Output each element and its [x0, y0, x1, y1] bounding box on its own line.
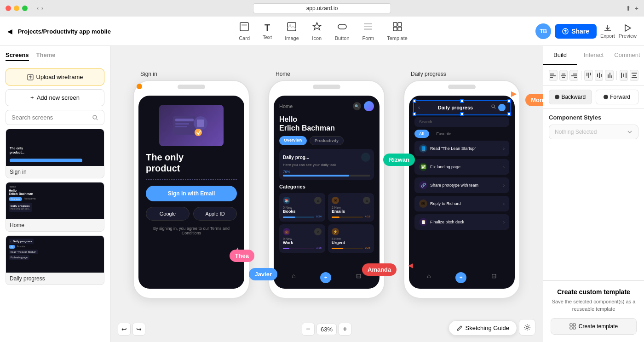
- tab-screens[interactable]: Screens: [6, 51, 29, 61]
- template-tool[interactable]: Template: [387, 22, 408, 41]
- add-screen-button[interactable]: + Add new screen: [6, 89, 104, 106]
- urgent-progress-fill: [332, 248, 343, 249]
- upload-wireframe-button[interactable]: Upload wireframe: [6, 68, 104, 86]
- canvas[interactable]: ↩ ↪ Sign in: [110, 46, 543, 342]
- distribute-v-btn[interactable]: [630, 70, 638, 81]
- overview-tab[interactable]: Overview: [279, 136, 307, 145]
- svg-rect-52: [573, 327, 575, 329]
- align-center-btn[interactable]: [559, 70, 568, 81]
- align-right-btn[interactable]: [569, 70, 578, 81]
- task-item-4[interactable]: 📋 Finalize pitch deck ›: [414, 214, 509, 230]
- bookmark-nav-icon[interactable]: ⊟: [356, 272, 362, 283]
- svg-point-15: [93, 115, 97, 119]
- align-middle-btn[interactable]: [595, 70, 604, 81]
- settings-button[interactable]: [519, 319, 535, 336]
- text-tool[interactable]: T Text: [263, 23, 272, 40]
- zoom-controls: − 63% +: [302, 323, 351, 336]
- close-button[interactable]: [6, 6, 11, 11]
- svg-rect-18: [175, 123, 189, 125]
- screen-thumb-home[interactable]: Home HelloErlich Bachman Overview Produc…: [6, 182, 104, 232]
- undo-button[interactable]: ↩: [118, 323, 131, 336]
- home-screen-content: Home 🔍 HelloErlich Bachman Overview Prod…: [274, 96, 380, 289]
- forward-button[interactable]: Forward: [596, 90, 639, 104]
- handle-br[interactable]: [507, 112, 511, 116]
- signin-email-button[interactable]: Sign in with Email: [146, 186, 237, 201]
- task-item-1[interactable]: ✅ Fix landing page ›: [414, 159, 509, 175]
- back-arrow[interactable]: ‹: [418, 104, 420, 111]
- distribute-h-btn[interactable]: [620, 70, 628, 81]
- redo-button[interactable]: ↪: [132, 323, 145, 336]
- handle-bl[interactable]: [413, 112, 416, 116]
- tab-interact[interactable]: Interact: [577, 46, 610, 65]
- tab-theme[interactable]: Theme: [36, 51, 56, 61]
- svg-rect-21: [197, 120, 204, 127]
- signin-phone[interactable]: The onlyproduct Sign in with Email Googl…: [133, 80, 250, 299]
- category-emails[interactable]: ✉ △ 2 New Emails 4/18: [328, 193, 374, 222]
- apple-button[interactable]: Apple ID: [193, 207, 237, 221]
- svg-rect-47: [632, 75, 636, 76]
- backward-button[interactable]: Backward: [549, 90, 592, 104]
- cat-icons-urgent: ⚡: [332, 228, 370, 235]
- component-styles-select[interactable]: Nothing Selected: [549, 125, 638, 139]
- add-nav-icon[interactable]: +: [320, 272, 331, 283]
- new-tab-icon[interactable]: +: [635, 5, 638, 12]
- search-input[interactable]: [12, 114, 89, 121]
- handle-tl[interactable]: [413, 99, 416, 103]
- url-text: app.uizard.io: [306, 5, 338, 11]
- urgent-progress-label: 9/25: [365, 246, 370, 249]
- home-search-icon[interactable]: 🔍: [353, 102, 361, 110]
- tab-build[interactable]: Build: [543, 46, 577, 65]
- back-to-projects[interactable]: ◀: [7, 28, 12, 35]
- daily-nav-bookmark[interactable]: ⊟: [491, 272, 497, 283]
- url-bar[interactable]: app.uizard.io: [253, 3, 391, 13]
- handle-tr[interactable]: [507, 99, 511, 103]
- daily-search[interactable]: Search: [414, 117, 509, 127]
- minimize-button[interactable]: [14, 6, 19, 11]
- task-item-2[interactable]: 🔗 Share prototype with team ›: [414, 177, 509, 193]
- home-nav-icon[interactable]: ⌂: [292, 272, 295, 283]
- category-books[interactable]: 📚 △ 5 New Books 9/24: [279, 193, 325, 222]
- zoom-out-button[interactable]: −: [302, 323, 315, 336]
- search-icon-daily[interactable]: [491, 104, 496, 109]
- preview-button[interactable]: Preview: [619, 24, 637, 39]
- daily-nav-add[interactable]: +: [455, 272, 466, 283]
- avatar-button[interactable]: TB: [535, 23, 551, 39]
- align-bottom-btn[interactable]: [605, 70, 614, 81]
- align-top-btn[interactable]: [584, 70, 593, 81]
- task-item-0[interactable]: 📘 Read "The Lean Startup" ›: [414, 141, 509, 156]
- daily-nav-home[interactable]: ⌂: [427, 272, 431, 283]
- category-work[interactable]: 💼 △ 9 New Work 3/15: [279, 224, 325, 253]
- create-template-button[interactable]: Create template: [551, 318, 637, 335]
- tab-comment[interactable]: Comment: [610, 46, 644, 65]
- all-tab[interactable]: All: [414, 130, 429, 138]
- daily-phone[interactable]: ‹ Daily progress: [403, 80, 520, 299]
- titlebar: ‹ › app.uizard.io ⬆ +: [0, 0, 644, 17]
- button-tool[interactable]: Button: [335, 22, 350, 41]
- template-label: Template: [387, 35, 408, 41]
- category-urgent[interactable]: ⚡ 5 New Urgent 9/25: [328, 224, 374, 253]
- productivity-tab[interactable]: Productivity: [310, 136, 344, 145]
- icon-tool[interactable]: Icon: [312, 22, 322, 41]
- task-item-3[interactable]: ✉ Reply to Richard ›: [414, 196, 509, 211]
- share-icon[interactable]: ⬆: [626, 5, 631, 12]
- handle-tm[interactable]: [460, 99, 464, 103]
- google-button[interactable]: Google: [146, 207, 190, 221]
- share-button[interactable]: Share: [555, 24, 597, 39]
- daily-tabs: All Favorite: [414, 130, 509, 138]
- maximize-button[interactable]: [22, 6, 28, 11]
- favorite-tab[interactable]: Favorite: [433, 130, 455, 138]
- card-tool[interactable]: Card: [239, 22, 250, 41]
- align-left-btn[interactable]: [549, 70, 558, 81]
- zoom-in-button[interactable]: +: [339, 323, 351, 336]
- forward-button[interactable]: ›: [41, 5, 43, 11]
- sketching-guide-button[interactable]: Sketching Guide: [448, 320, 517, 336]
- task-chevron-3: ›: [503, 201, 505, 206]
- image-tool[interactable]: Image: [285, 22, 299, 41]
- back-button[interactable]: ‹: [37, 5, 39, 11]
- screen-thumb-daily[interactable]: ‹ Daily progress All Favorite Read "The …: [6, 235, 104, 285]
- signin-screen-content: The onlyproduct Sign in with Email Googl…: [138, 96, 244, 289]
- handle-bm[interactable]: [460, 112, 464, 116]
- export-button[interactable]: Export: [600, 24, 615, 39]
- form-tool[interactable]: Form: [362, 22, 374, 41]
- screen-thumb-signin[interactable]: The onlyproduct... Sign in: [6, 129, 104, 178]
